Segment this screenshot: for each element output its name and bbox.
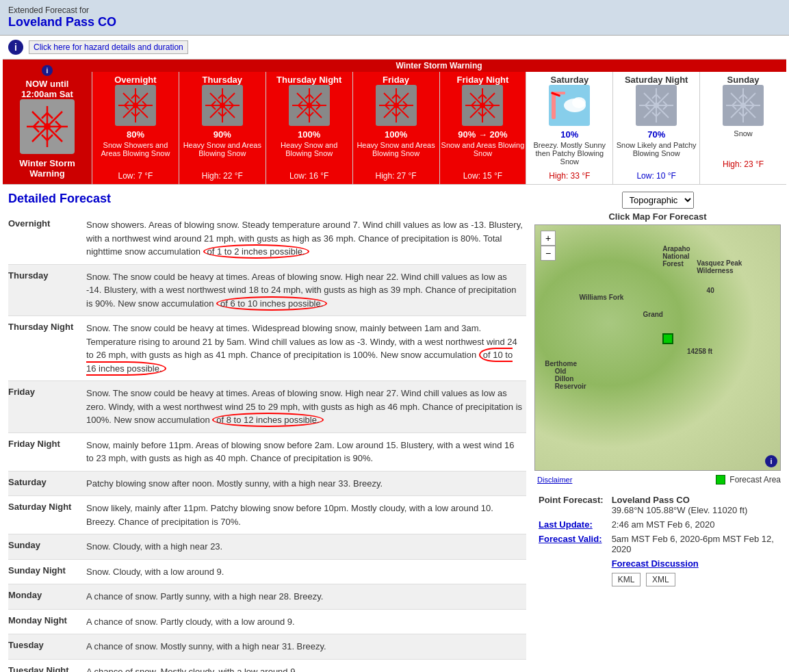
day-condition-2: Heavy Snow and Blowing Snow bbox=[268, 141, 351, 168]
table-row: Sunday NightSnow. Cloudy, with a low aro… bbox=[8, 559, 526, 584]
detailed-title: Detailed Forecast bbox=[8, 192, 526, 206]
day-temp-3: High: 27 °F bbox=[354, 171, 438, 181]
period-desc-6: Snow likely, mainly after 11pm. Patchy b… bbox=[83, 496, 526, 534]
period-name-10: Monday Night bbox=[8, 609, 83, 634]
highlight-span: of 8 to 12 inches possible. bbox=[212, 413, 323, 427]
day-icon-3 bbox=[354, 85, 438, 128]
warning-label: Winter Storm Warning bbox=[8, 158, 86, 179]
highlight-span: of 6 to 10 inches possible. bbox=[216, 296, 327, 311]
page-header: Extended Forecast for Loveland Pass CO bbox=[0, 0, 789, 36]
detailed-forecast: Detailed Forecast OvernightSnow showers.… bbox=[8, 192, 526, 672]
legend-color-box bbox=[716, 475, 725, 484]
period-desc-7: Snow. Cloudy, with a high near 23. bbox=[83, 534, 526, 560]
disclaimer-link[interactable]: Disclaimer bbox=[537, 476, 572, 484]
xml-button[interactable]: XML bbox=[646, 573, 675, 586]
now-label: NOW until bbox=[26, 79, 69, 89]
table-row: SaturdayPatchy blowing snow after noon. … bbox=[8, 471, 526, 496]
table-row: ThursdaySnow. The snow could be heavy at… bbox=[8, 264, 526, 316]
forecast-valid-value: 5am MST Feb 6, 2020-6pm MST Feb 12, 2020 bbox=[608, 532, 781, 556]
svg-point-69 bbox=[393, 103, 399, 108]
day-temp-2: Low: 16 °F bbox=[268, 171, 351, 181]
kml-button[interactable]: KML bbox=[612, 573, 641, 586]
table-row: Monday NightA chance of snow. Partly clo… bbox=[8, 609, 526, 634]
day-name-7: Sunday bbox=[701, 75, 785, 85]
extended-label: Extended Forecast for bbox=[8, 5, 781, 15]
day-condition-1: Heavy Snow and Areas Blowing Snow bbox=[181, 141, 264, 168]
period-name-4: Friday Night bbox=[8, 432, 83, 471]
period-name-6: Saturday Night bbox=[8, 496, 83, 534]
map-type-select[interactable]: Topographic bbox=[622, 192, 694, 209]
day-icon-6 bbox=[615, 85, 698, 128]
period-name-8: Sunday Night bbox=[8, 559, 83, 584]
map-label-williams: Williams Fork bbox=[579, 294, 623, 301]
forecast-valid-label[interactable]: Forecast Valid: bbox=[534, 532, 608, 556]
day-precip-1: 90% bbox=[181, 129, 264, 140]
map-label-berthome: Berthome bbox=[545, 360, 577, 367]
right-sidebar: Topographic Click Map For Forecast + − A… bbox=[534, 192, 781, 672]
period-desc-3: Snow. The snow could be heavy at times. … bbox=[83, 381, 526, 433]
day-condition-3: Heavy Snow and Areas Blowing Snow bbox=[354, 141, 438, 168]
period-desc-0: Snow showers. Areas of blowing snow. Ste… bbox=[83, 213, 526, 264]
svg-point-27 bbox=[133, 103, 138, 108]
now-time: 12:00am Sat bbox=[21, 89, 73, 99]
map-forecast-marker bbox=[662, 333, 673, 344]
day-precip-4: 90% → 20% bbox=[441, 129, 525, 140]
map-label-vasquez: Vasquez PeakWilderness bbox=[697, 259, 742, 274]
map-zoom-controls: + − bbox=[541, 231, 556, 261]
forecast-day-6: Saturday Night 70% Snow Likely and Patch… bbox=[612, 72, 699, 184]
period-desc-10: A chance of snow. Partly cloudy, with a … bbox=[83, 609, 526, 634]
current-info-icon: i bbox=[42, 65, 53, 76]
svg-point-41 bbox=[220, 103, 225, 108]
zoom-out-button[interactable]: − bbox=[541, 246, 556, 261]
svg-rect-85 bbox=[552, 92, 556, 119]
extended-days-container: Winter Storm Warning Overnight 80% Snow … bbox=[92, 60, 786, 184]
day-name-2: Thursday Night bbox=[268, 75, 351, 85]
forecast-day-4: Friday Night 90% → 20% Snow and Areas Bl… bbox=[439, 72, 526, 184]
svg-point-55 bbox=[307, 103, 312, 108]
day-temp-0: Low: 7 °F bbox=[94, 171, 177, 181]
period-name-0: Overnight bbox=[8, 213, 83, 264]
table-row: Saturday NightSnow likely, mainly after … bbox=[8, 496, 526, 534]
day-precip-0: 80% bbox=[94, 129, 177, 140]
period-name-3: Friday bbox=[8, 381, 83, 433]
map-label-40: 40 bbox=[707, 287, 714, 294]
forecast-day-3: Friday 100% Heavy Snow and Areas Blowing… bbox=[352, 72, 439, 184]
day-name-5: Saturday bbox=[528, 75, 611, 85]
period-desc-8: Snow. Cloudy, with a low around 9. bbox=[83, 559, 526, 584]
period-name-12: Tuesday Night bbox=[8, 659, 83, 672]
point-info-table: Point Forecast: Loveland Pass CO 39.68°N… bbox=[534, 493, 781, 589]
day-precip-2: 100% bbox=[268, 129, 351, 140]
forecast-area-legend: Forecast Area bbox=[716, 475, 781, 484]
day-icon-2 bbox=[268, 85, 351, 128]
day-precip-5: 10% bbox=[528, 129, 611, 140]
map-container[interactable]: + − ArapahoNationalForest Vasquez PeakWi… bbox=[534, 224, 781, 471]
svg-point-83 bbox=[480, 103, 485, 108]
current-conditions-box: i NOW until 12:00am Sat Winter Storm War… bbox=[3, 60, 92, 184]
last-update-label[interactable]: Last Update: bbox=[534, 517, 608, 532]
map-footer: Disclaimer Forecast Area bbox=[534, 472, 781, 487]
day-temp-6: Low: 10 °F bbox=[615, 171, 698, 181]
forecast-discussion-row: Forecast Discussion bbox=[534, 556, 781, 571]
forecast-day-5: Saturday 10% Breezy. Mostly Sunny then P… bbox=[526, 72, 612, 184]
period-name-9: Monday bbox=[8, 584, 83, 610]
table-row: Thursday NightSnow. The snow could be he… bbox=[8, 316, 526, 381]
highlight-span: of 10 to 16 inches possible. bbox=[86, 348, 513, 376]
period-name-7: Sunday bbox=[8, 534, 83, 560]
current-snow-icon bbox=[20, 99, 75, 154]
svg-point-117 bbox=[740, 103, 746, 108]
zoom-in-button[interactable]: + bbox=[541, 231, 556, 246]
period-name-11: Tuesday bbox=[8, 634, 83, 660]
table-row: MondayA chance of snow. Partly sunny, wi… bbox=[8, 584, 526, 610]
hazard-link[interactable]: Click here for hazard details and durati… bbox=[29, 40, 188, 54]
svg-point-89 bbox=[572, 97, 586, 108]
day-condition-6: Snow Likely and Patchy Blowing Snow bbox=[615, 141, 698, 168]
day-name-4: Friday Night bbox=[441, 75, 525, 85]
forecast-day-0: Overnight 80% Snow Showers and Areas Blo… bbox=[92, 72, 179, 184]
day-icon-5 bbox=[528, 85, 611, 128]
location-title: Loveland Pass CO bbox=[8, 15, 781, 29]
forecast-table: OvernightSnow showers. Areas of blowing … bbox=[8, 213, 526, 672]
day-temp-4: Low: 15 °F bbox=[441, 171, 525, 181]
period-desc-9: A chance of snow. Partly sunny, with a h… bbox=[83, 584, 526, 610]
forecast-discussion-link[interactable]: Forecast Discussion bbox=[612, 558, 699, 569]
day-icon-1 bbox=[181, 85, 264, 128]
